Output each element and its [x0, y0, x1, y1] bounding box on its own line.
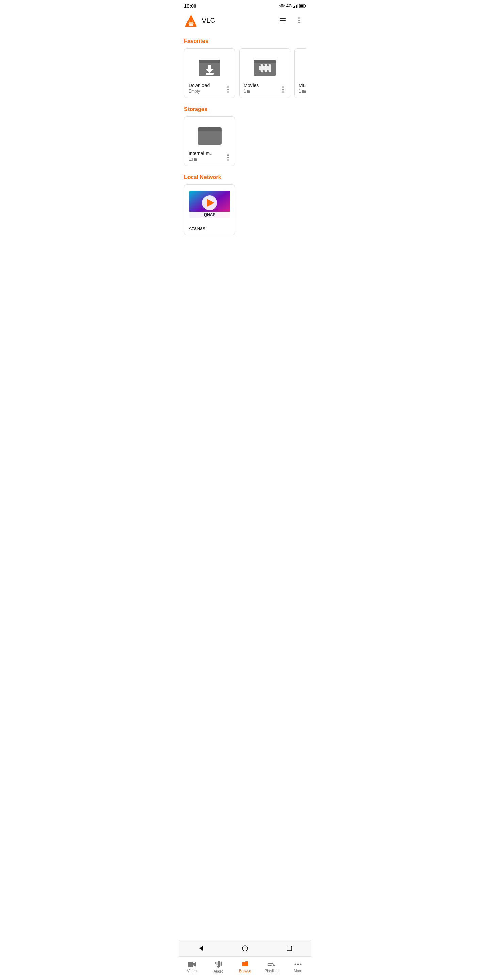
svg-rect-32	[198, 130, 221, 145]
svg-rect-3	[296, 5, 297, 8]
azanas-card[interactable]: QNAP AzaNas	[184, 185, 235, 235]
svg-rect-23	[259, 64, 261, 66]
app-title: VLC	[202, 17, 276, 24]
qnap-icon-wrap: QNAP	[189, 189, 230, 223]
battery-icon	[299, 4, 306, 8]
music-folder-sub: 1	[299, 89, 306, 94]
internal-folder-card[interactable]: Internal m.. 13	[184, 116, 235, 166]
download-folder-icon-wrap	[196, 53, 223, 80]
internal-folder-more-button[interactable]	[223, 152, 234, 163]
svg-point-0	[282, 8, 282, 8]
download-folder-card[interactable]: Download Empty	[184, 48, 235, 98]
nav-audio-button[interactable]: Audio	[208, 959, 229, 975]
folder-count-icon-2	[302, 89, 306, 93]
internal-more-icon	[227, 154, 229, 161]
svg-rect-28	[267, 70, 269, 73]
nav-browse-button[interactable]: Browse	[235, 959, 255, 974]
list-view-button[interactable]	[276, 14, 290, 27]
svg-point-45	[295, 964, 296, 966]
more-options-icon	[298, 18, 300, 24]
back-icon	[198, 945, 204, 951]
svg-point-40	[218, 966, 220, 968]
more-nav-icon	[294, 961, 302, 968]
system-nav-bar	[179, 940, 311, 956]
movies-folder-card[interactable]: Movies 1	[239, 48, 290, 98]
back-button[interactable]	[194, 942, 208, 955]
vlc-logo	[184, 14, 198, 27]
local-network-section-header: Local Network	[184, 174, 306, 180]
svg-point-49	[242, 946, 248, 951]
browse-nav-label: Browse	[239, 969, 251, 973]
storages-row: Internal m.. 13	[184, 116, 306, 169]
bottom-nav: Video Audio Browse Playlists	[179, 956, 311, 980]
favorites-section-header: Favorites	[184, 38, 306, 44]
download-folder-more-button[interactable]	[223, 84, 234, 95]
playlists-nav-label: Playlists	[265, 969, 278, 973]
svg-text:QNAP: QNAP	[204, 212, 216, 217]
favorites-row: Download Empty	[184, 48, 306, 101]
video-nav-label: Video	[187, 969, 197, 973]
movies-folder-icon	[253, 54, 277, 79]
movies-folder-more-button[interactable]	[278, 84, 288, 95]
svg-point-46	[298, 964, 299, 966]
svg-rect-50	[287, 946, 292, 951]
status-icons: 4G	[279, 4, 306, 8]
internal-folder-icon	[196, 121, 223, 148]
music-folder-card[interactable]: Music 1	[294, 48, 306, 98]
svg-rect-38	[188, 962, 193, 967]
app-bar: VLC	[179, 11, 311, 30]
svg-rect-2	[294, 6, 295, 8]
nav-more-button[interactable]: More	[288, 959, 308, 974]
svg-rect-7	[300, 5, 304, 8]
svg-rect-4	[297, 4, 298, 8]
svg-rect-6	[305, 5, 306, 7]
svg-rect-24	[263, 64, 265, 66]
svg-point-47	[300, 964, 302, 966]
audio-nav-label: Audio	[214, 969, 223, 973]
video-nav-icon	[188, 961, 196, 968]
status-time: 10:00	[184, 3, 196, 9]
download-more-icon	[227, 86, 229, 92]
status-bar: 10:00 4G	[179, 0, 311, 11]
recents-icon	[286, 945, 292, 951]
browse-nav-icon	[241, 961, 249, 968]
main-content: Favorites Download Empty	[179, 30, 311, 980]
more-nav-label: More	[294, 969, 302, 973]
signal-label: 4G	[286, 4, 292, 8]
folder-count-icon-3	[194, 157, 198, 161]
storages-section-header: Storages	[184, 106, 306, 112]
local-network-row: QNAP AzaNas	[184, 185, 306, 238]
svg-rect-25	[267, 64, 269, 66]
home-button[interactable]	[238, 942, 252, 955]
nav-playlists-button[interactable]: Playlists	[261, 959, 282, 974]
svg-rect-26	[259, 70, 261, 73]
audio-nav-icon	[215, 961, 222, 968]
svg-marker-39	[193, 962, 196, 967]
qnap-logo: QNAP	[189, 191, 230, 221]
music-folder-name: Music	[299, 83, 306, 88]
list-view-icon	[280, 18, 286, 22]
svg-rect-19	[205, 73, 214, 75]
wifi-icon	[279, 4, 285, 8]
nav-video-button[interactable]: Video	[182, 959, 202, 974]
download-folder-icon	[197, 54, 222, 79]
azanas-name: AzaNas	[189, 226, 231, 231]
home-icon	[242, 945, 248, 951]
folder-count-icon	[247, 89, 251, 93]
more-options-button[interactable]	[292, 14, 306, 27]
movies-more-icon	[282, 86, 284, 92]
svg-marker-44	[272, 964, 275, 967]
playlists-nav-icon	[268, 961, 275, 968]
svg-rect-14	[185, 25, 196, 27]
internal-folder-icon-wrap	[196, 121, 223, 148]
app-bar-actions	[276, 14, 306, 27]
recents-button[interactable]	[282, 942, 296, 955]
signal-icon	[293, 4, 298, 8]
movies-folder-icon-wrap	[251, 53, 278, 80]
svg-rect-27	[263, 70, 265, 73]
svg-marker-48	[199, 946, 203, 951]
svg-rect-1	[293, 7, 294, 8]
